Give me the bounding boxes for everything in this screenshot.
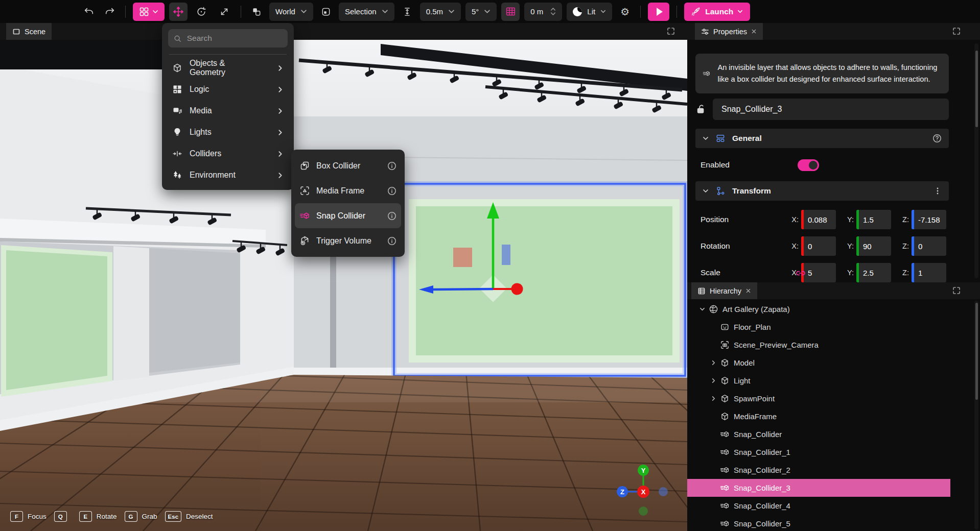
hierarchy-row-snap-collider-3[interactable]: Snap_Collider_3: [687, 479, 950, 497]
snap-collider-icon: [720, 465, 730, 475]
shading-sphere-icon: [573, 7, 582, 16]
chevron-down-icon: [300, 8, 307, 15]
pivot-mode-dropdown[interactable]: Selection: [339, 3, 394, 21]
chevron-right-icon[interactable]: [711, 378, 716, 383]
hierarchy-row-light[interactable]: Light: [687, 372, 950, 390]
search-input[interactable]: [186, 33, 282, 43]
redo-button[interactable]: [102, 4, 118, 20]
general-section-header[interactable]: General: [695, 129, 949, 148]
hierarchy-row-snap-collider-1[interactable]: Snap_Collider_1: [687, 443, 950, 461]
key-chip: Q: [54, 511, 67, 522]
hierarchy-row-model[interactable]: Model: [687, 354, 950, 372]
submenu-item-snap-collider[interactable]: Snap Collider: [295, 203, 401, 228]
trigger-volume-icon: [299, 235, 310, 246]
tab-scene[interactable]: Scene: [6, 23, 52, 40]
scene-viewport[interactable]: Y Z X F Focus Q E Rotate G Grab Esc Dese…: [0, 40, 687, 531]
launch-button[interactable]: Launch: [684, 3, 750, 21]
close-icon[interactable]: [751, 29, 757, 34]
enabled-toggle[interactable]: [798, 159, 819, 171]
shortcut-hints: F Focus Q E Rotate G Grab Esc Deselect: [10, 511, 216, 522]
pivot-mode-value: Selection: [345, 7, 377, 16]
rotation-y-field[interactable]: 90: [856, 236, 891, 256]
hierarchy-scrollbar[interactable]: [974, 301, 978, 529]
rotation-x-field[interactable]: 0: [801, 236, 836, 256]
move-snap-dropdown[interactable]: 0.5m: [420, 3, 461, 21]
transform-space-icon[interactable]: [248, 4, 265, 20]
hierarchy-row-floor-plan[interactable]: Floor_Plan: [687, 318, 950, 336]
close-icon[interactable]: [745, 288, 751, 294]
hierarchy-row-scene-preview-camera[interactable]: Scene_Preview_Camera: [687, 336, 950, 354]
toolbar-divider: [640, 6, 641, 18]
tab-hierarchy[interactable]: Hierarchy: [691, 282, 757, 299]
help-icon[interactable]: [932, 134, 942, 143]
grid-snap-toggle[interactable]: [501, 3, 520, 21]
object-name-field[interactable]: [713, 99, 949, 120]
submenu-item-box-collider[interactable]: Box Collider: [295, 153, 401, 178]
menu-item-colliders[interactable]: Colliders: [168, 143, 288, 164]
menu-divider: [169, 54, 287, 55]
scale-x-field[interactable]: 5: [801, 263, 836, 282]
settings-button[interactable]: ⚙: [617, 4, 633, 20]
add-object-button[interactable]: [133, 3, 165, 21]
scale-tool-button[interactable]: [215, 3, 234, 21]
expand-icon[interactable]: [952, 286, 961, 295]
shading-mode-dropdown[interactable]: Lit: [567, 3, 612, 21]
tab-properties[interactable]: Properties: [695, 23, 763, 40]
world-space-dropdown[interactable]: World: [269, 3, 313, 21]
chevron-down-icon: [484, 8, 491, 15]
undo-button[interactable]: [81, 4, 97, 20]
hierarchy-row-snap-collider-2[interactable]: Snap_Collider_2: [687, 461, 950, 479]
menu-item-media[interactable]: Media: [168, 100, 288, 122]
bulb-icon: [172, 127, 182, 137]
axis-y-label: Y: [641, 467, 646, 474]
hierarchy-row-spawnpoint[interactable]: SpawnPoint: [687, 390, 950, 407]
expand-icon[interactable]: [667, 27, 675, 35]
properties-tab-label: Properties: [713, 28, 747, 36]
link-icon[interactable]: [796, 268, 806, 278]
hierarchy-row-snap-collider-4[interactable]: Snap_Collider_4: [687, 497, 950, 515]
hierarchy-row-art-gallery[interactable]: Art Gallery (Zapata): [687, 300, 950, 318]
hierarchy-row-mediaframe[interactable]: MediaFrame: [687, 407, 950, 425]
cube-icon: [720, 376, 730, 385]
chevron-down-icon[interactable]: [699, 306, 705, 312]
position-y-field[interactable]: 1.5: [856, 210, 891, 229]
hierarchy-row-snap-collider-5[interactable]: Snap_Collider_5: [687, 515, 950, 531]
grid-squares-icon: [139, 7, 149, 17]
menu-search[interactable]: [168, 29, 288, 47]
shading-value: Lit: [587, 7, 595, 16]
cube-icon: [720, 412, 730, 421]
unlock-icon[interactable]: [695, 104, 707, 115]
scale-y-field[interactable]: 2.5: [856, 263, 891, 282]
chevron-down-icon: [382, 8, 388, 15]
surface-snap-icon[interactable]: [399, 4, 415, 20]
expand-icon[interactable]: [952, 27, 961, 35]
pivot-mode-icon[interactable]: [318, 4, 334, 20]
menu-item-logic[interactable]: Logic: [168, 79, 288, 100]
transform-section-header[interactable]: Transform: [695, 181, 949, 201]
position-z-field[interactable]: -7.158: [912, 210, 946, 229]
play-button[interactable]: [648, 3, 669, 21]
rotate-snap-dropdown[interactable]: 5°: [465, 3, 497, 21]
colliders-submenu: Box Collider Media Frame Snap Collider T…: [291, 150, 405, 257]
submenu-item-trigger-volume[interactable]: Trigger Volume: [295, 228, 401, 253]
submenu-item-media-frame[interactable]: Media Frame: [295, 178, 401, 203]
media-icon: [172, 106, 182, 116]
position-row: Position X: 0.088 Y: 1.5 Z: -7.158: [695, 209, 951, 230]
hierarchy-row-snap-collider[interactable]: Snap_Collider: [687, 425, 950, 443]
properties-scrollbar[interactable]: [974, 43, 978, 278]
rotation-z-field[interactable]: 0: [912, 236, 946, 256]
chevron-right-icon[interactable]: [711, 396, 716, 401]
key-chip: G: [125, 511, 137, 522]
kebab-menu-icon[interactable]: [934, 187, 942, 195]
menu-item-environment[interactable]: Environment: [168, 164, 288, 186]
move-tool-button[interactable]: [169, 3, 188, 21]
chevron-down-icon: [737, 9, 743, 14]
rotate-tool-button[interactable]: [192, 3, 211, 21]
height-snap-stepper[interactable]: 0 m: [524, 3, 562, 21]
scale-z-field[interactable]: 1: [912, 263, 946, 282]
menu-item-objects-geometry[interactable]: Objects & Geometry: [168, 57, 288, 79]
chevron-right-icon[interactable]: [711, 360, 716, 366]
menu-item-lights[interactable]: Lights: [168, 122, 288, 143]
position-x-field[interactable]: 0.088: [801, 210, 836, 229]
shortcut-label: Focus: [28, 513, 46, 520]
